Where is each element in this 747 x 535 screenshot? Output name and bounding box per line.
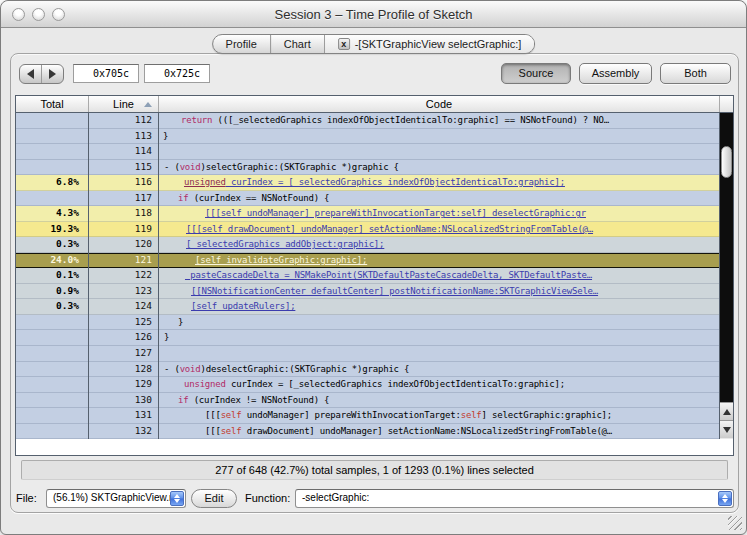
code-row[interactable]: 0.3%120[_selectedGraphics addObject:grap… <box>16 237 721 253</box>
total-percent-cell <box>16 113 89 129</box>
popup-arrow-icon <box>170 491 184 506</box>
line-number-cell: 127 <box>89 346 159 362</box>
code-row[interactable]: 115- (void)selectGraphic:(SKTGraphic *)g… <box>16 160 721 176</box>
code-row[interactable]: 117if (curIndex == NSNotFound) { <box>16 191 721 207</box>
tab-selected-function[interactable]: x -[SKTGraphicView selectGraphic:] <box>325 35 535 53</box>
forward-button[interactable] <box>41 65 63 83</box>
total-percent-cell <box>16 346 89 362</box>
scroll-down-button[interactable] <box>720 420 733 438</box>
view-assembly-button[interactable]: Assembly <box>579 63 652 84</box>
line-number-cell: 129 <box>89 377 159 393</box>
tab-selected-function-label: -[SKTGraphicView selectGraphic:] <box>355 38 522 50</box>
line-number-cell: 117 <box>89 191 159 207</box>
file-popup[interactable]: (56.1%) SKTGraphicView.m <box>46 489 186 508</box>
header-scrollbar-corner <box>720 96 733 112</box>
code-cell: [self updateRulers]; <box>159 299 721 315</box>
line-number-cell: 132 <box>89 424 159 440</box>
code-cell <box>159 346 721 362</box>
close-icon[interactable]: x <box>338 38 350 50</box>
total-percent-cell <box>16 144 89 160</box>
line-number-cell: 128 <box>89 362 159 378</box>
total-percent-cell: 24.0% <box>16 253 89 269</box>
address-end-field[interactable]: 0x725c <box>144 64 210 83</box>
total-percent-cell: 0.3% <box>16 299 89 315</box>
resize-grip[interactable] <box>728 516 742 530</box>
code-cell: if (curIndex != NSNotFound) { <box>159 393 721 409</box>
total-percent-cell <box>16 362 89 378</box>
tab-chart[interactable]: Chart <box>271 35 325 53</box>
vertical-scrollbar[interactable] <box>719 113 733 439</box>
code-cell: [self invalidateGraphic:graphic]; <box>159 253 721 269</box>
line-number-cell: 118 <box>89 206 159 222</box>
code-cell: } <box>159 315 721 331</box>
line-number-cell: 131 <box>89 408 159 424</box>
code-cell: [[[self drawDocument] undoManager] setAc… <box>159 424 721 440</box>
total-percent-cell: 0.1% <box>16 268 89 284</box>
code-row[interactable]: 6.8%116unsigned curIndex = [_selectedGra… <box>16 175 721 191</box>
code-row[interactable]: 0.1%122_pasteCascadeDelta = NSMakePoint(… <box>16 268 721 284</box>
minimize-window-button[interactable] <box>32 8 45 21</box>
code-table-body: 112return (([_selectedGraphics indexOfOb… <box>16 113 721 439</box>
tab-profile[interactable]: Profile <box>213 35 271 53</box>
code-row[interactable]: 125} <box>16 315 721 331</box>
back-button[interactable] <box>20 65 41 83</box>
code-cell: if (curIndex == NSNotFound) { <box>159 191 721 207</box>
function-label: Function: <box>245 492 290 504</box>
code-row[interactable]: 113} <box>16 129 721 145</box>
code-cell: unsigned curIndex = [_selectedGraphics i… <box>159 175 721 191</box>
history-nav-control <box>19 64 64 84</box>
view-source-button[interactable]: Source <box>501 63 571 84</box>
code-row[interactable]: 131[[[self undoManager] prepareWithInvoc… <box>16 408 721 424</box>
line-number-cell: 114 <box>89 144 159 160</box>
column-header-line[interactable]: Line <box>89 96 159 112</box>
line-number-cell: 124 <box>89 299 159 315</box>
line-number-cell: 130 <box>89 393 159 409</box>
file-popup-value: (56.1%) SKTGraphicView.m <box>53 492 177 503</box>
code-row[interactable]: 4.3%118[[[self undoManager] prepareWithI… <box>16 206 721 222</box>
window-title: Session 3 – Time Profile of Sketch <box>1 1 746 28</box>
view-both-button[interactable]: Both <box>660 63 731 84</box>
code-cell: [[[self drawDocument] undoManager] setAc… <box>159 222 721 238</box>
total-percent-cell <box>16 315 89 331</box>
code-row[interactable]: 127 <box>16 346 721 362</box>
code-row[interactable]: 19.3%119[[[self drawDocument] undoManage… <box>16 222 721 238</box>
code-row[interactable]: 128- (void)deselectGraphic:(SKTGraphic *… <box>16 362 721 378</box>
session-tab-bar: Profile Chart x -[SKTGraphicView selectG… <box>212 34 536 54</box>
code-row[interactable]: 129unsigned curIndex = [_selectedGraphic… <box>16 377 721 393</box>
code-cell: } <box>159 330 721 346</box>
code-cell: unsigned curIndex = [_selectedGraphics i… <box>159 377 721 393</box>
address-start-field[interactable]: 0x705c <box>73 64 139 83</box>
code-row[interactable]: 114 <box>16 144 721 160</box>
tab-profile-label: Profile <box>226 38 257 50</box>
code-cell: - (void)selectGraphic:(SKTGraphic *)grap… <box>159 160 721 176</box>
sort-ascending-icon <box>144 102 152 107</box>
zoom-window-button[interactable] <box>52 8 65 21</box>
edit-button[interactable]: Edit <box>191 489 237 508</box>
column-header-total[interactable]: Total <box>16 96 89 112</box>
scrollbar-thumb[interactable] <box>721 146 732 178</box>
line-number-cell: 125 <box>89 315 159 331</box>
function-popup[interactable]: -selectGraphic: <box>295 489 734 508</box>
line-number-cell: 113 <box>89 129 159 145</box>
total-percent-cell: 4.3% <box>16 206 89 222</box>
code-cell: - (void)deselectGraphic:(SKTGraphic *)gr… <box>159 362 721 378</box>
scroll-up-button[interactable] <box>720 402 733 420</box>
title-bar[interactable]: Session 3 – Time Profile of Sketch <box>1 1 746 28</box>
code-row[interactable]: 0.9%123[[NSNotificationCenter defaultCen… <box>16 284 721 300</box>
code-row[interactable]: 132[[[self drawDocument] undoManager] se… <box>16 424 721 440</box>
line-number-cell: 121 <box>89 253 159 269</box>
code-row[interactable]: 0.3%124[self updateRulers]; <box>16 299 721 315</box>
code-cell: [[NSNotificationCenter defaultCenter] po… <box>159 284 721 300</box>
total-percent-cell <box>16 424 89 440</box>
column-header-code[interactable]: Code <box>159 96 720 112</box>
code-row[interactable]: 112return (([_selectedGraphics indexOfOb… <box>16 113 721 129</box>
file-label: File: <box>16 492 37 504</box>
total-percent-cell <box>16 393 89 409</box>
line-number-cell: 120 <box>89 237 159 253</box>
code-row[interactable]: 24.0%121[self invalidateGraphic:graphic]… <box>16 253 721 269</box>
total-percent-cell: 0.3% <box>16 237 89 253</box>
code-row[interactable]: 126} <box>16 330 721 346</box>
close-window-button[interactable] <box>12 8 25 21</box>
code-row[interactable]: 130if (curIndex != NSNotFound) { <box>16 393 721 409</box>
tab-chart-label: Chart <box>284 38 311 50</box>
